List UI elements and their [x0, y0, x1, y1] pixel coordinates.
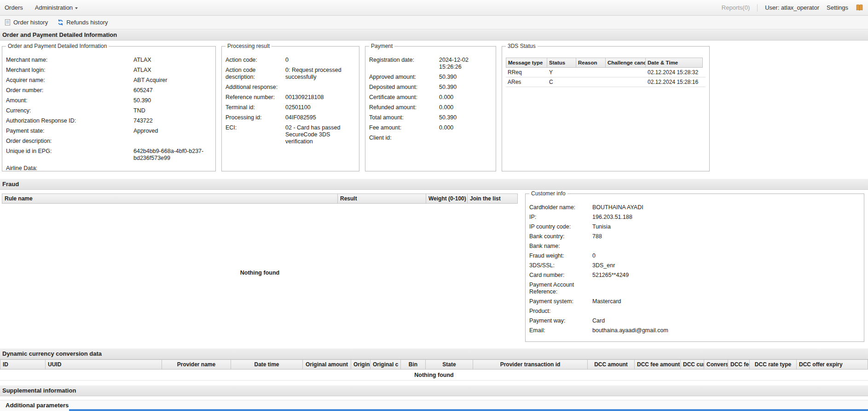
- tds-column-header: Status: [547, 58, 576, 68]
- field-value: 50.390: [439, 74, 492, 81]
- field-label: Additional response:: [226, 84, 285, 91]
- tds-message-type: ARes: [506, 79, 547, 85]
- field-value: TND: [133, 107, 212, 114]
- field-row: Approved amount: 50.390: [369, 74, 492, 81]
- supplemental-section-header: Supplemental information: [0, 385, 868, 396]
- field-value: 743722: [133, 117, 212, 124]
- field-value: 605247: [133, 87, 212, 94]
- field-label: Product:: [529, 308, 592, 315]
- menu-reports[interactable]: Reports(0): [722, 4, 750, 11]
- dcc-column-header: DCC curr: [681, 359, 704, 370]
- dcc-table-header: ID UUID Provider name Date time Original…: [0, 359, 868, 370]
- field-row: Deposited amount: 50.390: [369, 84, 492, 91]
- dcc-empty-text: Nothing found: [0, 370, 868, 381]
- tds-status-legend: 3DS Status: [506, 43, 538, 49]
- field-value: 0: [592, 252, 860, 259]
- field-label: Client id:: [369, 135, 439, 141]
- fraud-table-header: Rule name Result Weight (0-100) Join the…: [2, 194, 518, 204]
- field-value: 50.390: [133, 97, 212, 104]
- refunds-history-button[interactable]: Refunds history: [57, 19, 108, 26]
- field-row: Reference number: 001309218108: [226, 94, 355, 101]
- dcc-column-header: Original amount: [303, 359, 351, 370]
- field-value: Approved: [133, 128, 212, 135]
- field-label: Payment way:: [529, 317, 592, 324]
- field-label: IP:: [529, 214, 592, 221]
- field-row: Payment system: Mastercard: [529, 298, 860, 305]
- field-row: Processing id: 04IF082595: [226, 114, 355, 121]
- tds-status-table: Message type Status Reason Challenge can…: [506, 58, 706, 87]
- field-row: Action code description: 0: Request proc…: [226, 67, 355, 81]
- field-row: Total amount: 50.390: [369, 114, 492, 121]
- field-label: Acquirer name:: [6, 77, 133, 84]
- field-row: Email: bouthaina.ayaadi@gmail.com: [529, 327, 860, 334]
- payment-panel: Payment Registration date: 2024-12-02 15…: [365, 46, 496, 171]
- customer-info-legend: Customer info: [529, 190, 567, 197]
- dcc-section-header: Dynamic currency conversion data: [0, 348, 868, 359]
- tds-column-header: Message type: [506, 58, 547, 68]
- field-label: Fraud weight:: [529, 252, 592, 259]
- field-label: Payment system:: [529, 298, 592, 305]
- tds-status-row[interactable]: ARes C 02.12.2024 15:28:16: [506, 77, 706, 87]
- field-value: 04IF082595: [285, 114, 355, 121]
- field-row: Terminal id: 02501100: [226, 104, 355, 111]
- field-label: Merchant login:: [6, 67, 133, 74]
- field-row: Client id:: [369, 135, 492, 141]
- menubar-left: Orders Administration: [5, 4, 78, 11]
- menu-orders[interactable]: Orders: [5, 4, 23, 11]
- order-history-button[interactable]: Order history: [4, 19, 48, 26]
- dcc-column-header: Original c: [370, 359, 401, 370]
- processing-result-legend: Processing result: [226, 43, 272, 49]
- dcc-table: ID UUID Provider name Date time Original…: [0, 359, 868, 381]
- field-label: Total amount:: [369, 114, 439, 121]
- chevron-down-icon: [75, 7, 78, 9]
- field-value: [592, 282, 860, 295]
- help-book-icon[interactable]: [856, 4, 863, 12]
- field-row: IP country code: Tunisia: [529, 223, 860, 230]
- field-row: Bank country: 788: [529, 233, 860, 240]
- field-label: Fee amount:: [369, 124, 439, 131]
- field-row: ECI: 02 - Card has passed SecureCode 3DS…: [226, 124, 355, 145]
- menu-administration[interactable]: Administration: [35, 4, 78, 11]
- tds-status: Y: [547, 69, 576, 76]
- field-row: Order description:: [6, 138, 212, 145]
- tds-message-type: RReq: [506, 69, 547, 76]
- field-value: ATLAX: [133, 57, 212, 64]
- field-value: 788: [592, 233, 860, 240]
- field-label: Payment Account Reference:: [529, 282, 592, 295]
- dcc-column-header: Provider transaction id: [473, 359, 588, 370]
- field-value: [133, 138, 212, 145]
- field-label: Processing id:: [226, 114, 285, 121]
- tds-datetime: 02.12.2024 15:28:16: [646, 79, 703, 85]
- field-label: Airline Data:: [6, 165, 133, 172]
- menubar-right: Reports(0) User: atlax_operator Settings: [722, 4, 863, 12]
- menu-settings[interactable]: Settings: [827, 4, 848, 11]
- field-value: 02 - Card has passed SecureCode 3DS veri…: [285, 124, 355, 145]
- toolbar: Order history Refunds history: [0, 16, 868, 29]
- field-row: Amount: 50.390: [6, 97, 212, 104]
- dcc-column-header: Conversi: [704, 359, 728, 370]
- field-label: Reference number:: [226, 94, 285, 101]
- order-info-legend: Order and Payment Detailed Information: [6, 43, 109, 49]
- field-label: Action code description:: [226, 67, 285, 81]
- field-value: bouthaina.ayaadi@gmail.com: [592, 327, 860, 334]
- field-label: Payment state:: [6, 128, 133, 135]
- dcc-column-header: DCC offer expiry: [797, 359, 868, 370]
- field-label: Order number:: [6, 87, 133, 94]
- field-row: Acquirer name: ABT Acquirer: [6, 77, 212, 84]
- tds-status-row[interactable]: RReq Y 02.12.2024 15:28:32: [506, 68, 706, 77]
- dcc-column-header: Date time: [231, 359, 303, 370]
- tds-datetime: 02.12.2024 15:28:32: [646, 69, 703, 76]
- field-row: Registration date: 2024-12-02 15:26:26: [369, 57, 492, 70]
- field-value: 50.390: [439, 114, 492, 121]
- field-label: Registration date:: [369, 57, 439, 70]
- fraud-column-header: Weight (0-100): [426, 194, 468, 204]
- field-value: BOUTHAINA AYADI: [592, 204, 860, 211]
- field-value: 2024-12-02 15:26:26: [439, 57, 492, 70]
- field-row: Merchant name: ATLAX: [6, 57, 212, 64]
- field-row: Authorization Response ID: 743722: [6, 117, 212, 124]
- menubar-divider: [757, 4, 758, 12]
- field-label: Terminal id:: [226, 104, 285, 111]
- field-label: Order description:: [6, 138, 133, 145]
- menubar: Orders Administration Reports(0) User: a…: [0, 0, 868, 16]
- user-label: User: atlax_operator: [765, 4, 819, 11]
